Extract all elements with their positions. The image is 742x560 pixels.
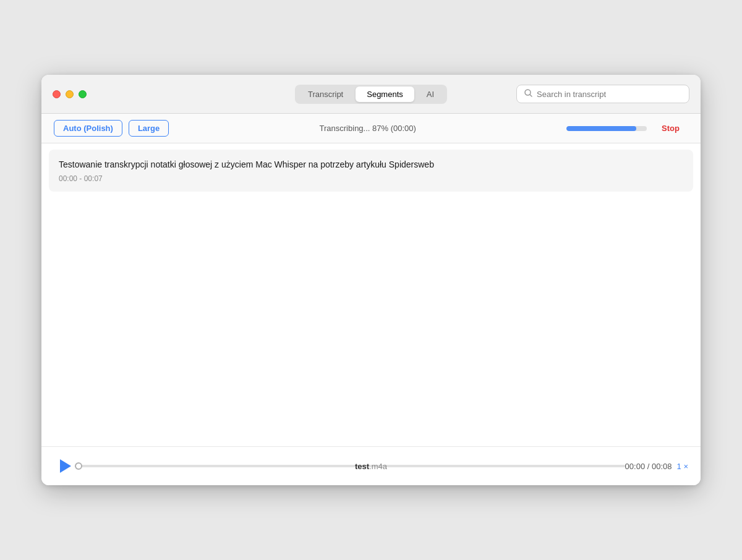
time-separator: / [647, 462, 652, 471]
play-icon [60, 459, 71, 473]
tab-segments[interactable]: Segments [356, 87, 414, 102]
toolbar: Auto (Polish) Large Transcribing... 87% … [41, 114, 701, 143]
player-bar: test.m4a 00:00 / 00:08 1 × [41, 446, 701, 485]
play-button[interactable] [54, 456, 75, 477]
total-time: 00:08 [652, 462, 672, 471]
tab-transcript[interactable]: Transcript [297, 87, 354, 102]
traffic-lights [53, 90, 87, 98]
current-time: 00:00 [625, 462, 646, 471]
tab-ai[interactable]: AI [416, 87, 445, 102]
model-button[interactable]: Large [129, 120, 169, 137]
search-area [516, 85, 689, 103]
titlebar: Transcript Segments AI [41, 75, 701, 114]
time-display: 00:00 / 00:08 [625, 462, 672, 471]
stop-button[interactable]: Stop [653, 121, 688, 136]
transcription-status: Transcribing... 87% (00:00) [175, 124, 560, 133]
file-name-bold: test [355, 462, 369, 471]
search-input[interactable] [537, 90, 681, 99]
maximize-button[interactable] [79, 90, 87, 98]
playback-thumb[interactable] [75, 462, 82, 470]
segment-time: 00:00 - 00:07 [59, 174, 683, 183]
segment-card: Testowanie transkrypcji notatki głosowej… [49, 150, 693, 192]
playback-progress-track[interactable] [75, 465, 625, 467]
tab-group: Transcript Segments AI [295, 85, 447, 104]
minimize-button[interactable] [66, 90, 74, 98]
language-button[interactable]: Auto (Polish) [54, 120, 122, 137]
file-name-area: test.m4a [355, 462, 387, 471]
content-area: Testowanie transkrypcji notatki głosowej… [41, 143, 701, 446]
progress-bar-fill [566, 126, 636, 131]
app-window: Transcript Segments AI Auto (Polish) Lar… [41, 75, 701, 485]
player-main-row: test.m4a 00:00 / 00:08 1 × [54, 456, 688, 477]
speed-control[interactable]: 1 × [677, 462, 688, 471]
search-icon [524, 89, 532, 99]
progress-bar [566, 126, 647, 131]
svg-line-1 [530, 95, 532, 96]
file-ext: .m4a [369, 462, 387, 471]
segment-text: Testowanie transkrypcji notatki głosowej… [59, 158, 683, 171]
close-button[interactable] [53, 90, 61, 98]
